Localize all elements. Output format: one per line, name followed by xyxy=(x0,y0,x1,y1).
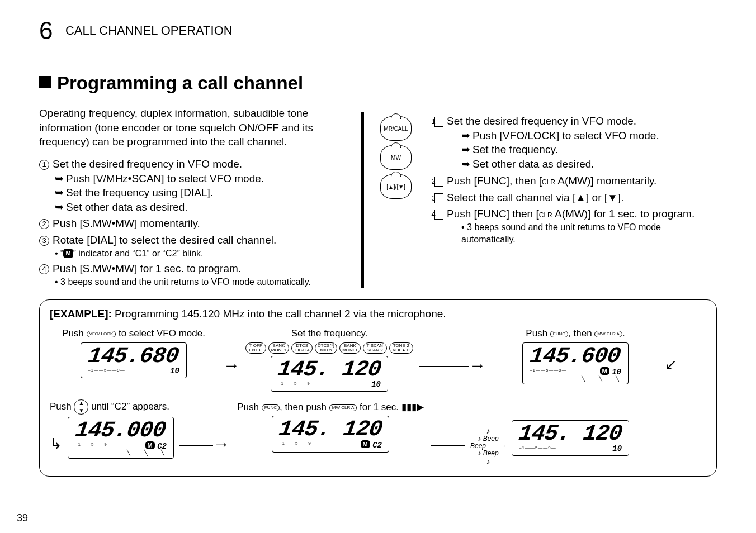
mic-step-1: 1Set the desired frequency in VFO mode. xyxy=(446,114,717,129)
lcd-1: 145.680 –1——5——9—10 xyxy=(81,342,187,378)
up-down-button-icon: [▲]/[▼] xyxy=(380,174,412,199)
lcd-2-freq: 145. 120 xyxy=(276,360,382,380)
mic-step-2: 2Push [FUNC], then [clr A(MW)] momentari… xyxy=(446,174,717,188)
step-1: 1Set the desired frequency in VFO mode. xyxy=(39,157,344,172)
arrow-right-icon: ———→ xyxy=(419,345,486,375)
mic-step-1a: ➥Push [VFO/LOCK] to select VFO mode. xyxy=(461,129,717,143)
arrow-icon: ➥ xyxy=(461,144,470,155)
step-4: 4Push [S.MW•MW] for 1 sec. to program. xyxy=(39,261,344,276)
ex-step4-label: Push ▲▼ until “C2” appears. xyxy=(50,399,169,415)
ex-step5-label: Push FUNC, then push MW CLR A for 1 sec.… xyxy=(237,401,423,413)
example-row-1: Push VFO/ LOCK to select VFO mode. 145.6… xyxy=(50,328,706,392)
step-3: 3Rotate [DIAL] to select the desired cal… xyxy=(39,233,344,248)
example-row-2b: ↳ 145.000 –1——5——9—M C2 ╲ ╲ ╲ ——→ Push F… xyxy=(50,417,706,466)
example-box: [EXAMPLE]: Programming 145.120 MHz into … xyxy=(39,299,717,477)
circled-3-icon: 3 xyxy=(39,236,49,246)
mr-call-button-icon: MR/CALL xyxy=(380,116,412,141)
boxed-2-icon: 2 xyxy=(434,177,443,187)
arrow-icon: ➥ xyxy=(55,187,64,198)
lcd-4: 145.000 –1——5——9—M C2 ╲ ╲ ╲ xyxy=(68,417,174,459)
up-down-key-icon: ▲▼ xyxy=(74,399,88,415)
mic-step-1c: ➥Set other data as desired. xyxy=(461,157,717,172)
arrow-right-icon: —— xyxy=(431,429,465,454)
func-key-icon: FUNC xyxy=(550,331,568,337)
arrow-icon: ➥ xyxy=(55,173,64,184)
key-2: T-SCAN SCAN 2 xyxy=(363,342,387,354)
key-0: TONE-2 VOL▲ 0 xyxy=(389,342,413,354)
key-1b: BANK MONI 1 xyxy=(339,342,361,354)
step-1a: ➥Push [V/MHz•SCAN] to select VFO mode. xyxy=(55,172,344,186)
note-icon: ♪ xyxy=(486,427,490,435)
mw-clra-key-icon: MW CLR A xyxy=(329,404,357,411)
step-1-text: Set the desired frequency in VFO mode. xyxy=(53,158,242,170)
section-heading: Programming a call channel xyxy=(39,73,717,94)
heading-text: Programming a call channel xyxy=(57,73,303,93)
mic-step-1b: ➥Set the frequency. xyxy=(461,142,717,157)
circled-4-icon: 4 xyxy=(39,264,49,274)
arrow-icon: ➥ xyxy=(461,130,470,141)
lcd-3: 145.600 –1——5——9—M 10 ╲ ╲ ╲ xyxy=(522,342,629,384)
step-1c: ➥Set other data as desired. xyxy=(55,200,344,215)
lcd-4-freq: 145.000 xyxy=(74,421,167,441)
func-key-icon: FUNC xyxy=(262,404,280,411)
lcd-2: 145. 120 –1——5——9—10 xyxy=(271,356,388,392)
boxed-4-icon: 4 xyxy=(434,210,443,220)
arrow-icon: ➥ xyxy=(55,201,64,213)
lcd-5: 145. 120 –1——5——9—M C2 xyxy=(272,416,389,453)
lcd-3-freq: 145.600 xyxy=(529,346,622,367)
left-column: Operating frequency, duplex information,… xyxy=(39,106,344,288)
keypad-row: T-OFF ENT C BANK MONI 1 DTCS HIGH 4 DTCS… xyxy=(245,342,413,354)
chapter-title: CALL CHANNEL OPERATION xyxy=(65,23,233,38)
page-number: 39 xyxy=(17,512,28,524)
intro-paragraph: Operating frequency, duplex information,… xyxy=(39,106,344,149)
boxed-3-icon: 3 xyxy=(434,193,443,203)
lcd-6: 145. 120 –1——5——9—10 xyxy=(512,420,629,456)
mic-step-4-note: • 3 beeps sound and the unit returns to … xyxy=(461,221,717,245)
step-1b: ➥Set the frequency using [DIAL]. xyxy=(55,185,344,200)
arrow-right-icon: ——→ xyxy=(179,429,230,454)
circled-1-icon: 1 xyxy=(39,160,49,170)
key-5: DTCS(*) MID 5 xyxy=(315,342,337,354)
mic-steps: 1Set the desired frequency in VFO mode. … xyxy=(434,112,717,288)
ex-step1-label: Push VFO/ LOCK to select VFO mode. xyxy=(62,328,205,340)
square-bullet-icon xyxy=(39,76,51,88)
step-4-note: • 3 beeps sound and the unit returns to … xyxy=(55,276,344,288)
right-column: MR/CALL MW [▲]/[▼] 1Set the desired freq… xyxy=(361,112,717,288)
key-4: DTCS HIGH 4 xyxy=(291,342,312,354)
mic-button-illustration: MR/CALL MW [▲]/[▼] xyxy=(361,112,428,288)
arrow-bend-icon: ↳ xyxy=(50,430,62,453)
mic-step-3: 3Select the call channel via [▲] or [▼]. xyxy=(446,191,717,205)
mw-button-icon: MW xyxy=(380,145,412,170)
mic-step-4: 4Push [FUNC] then [clr A(MW)] for 1 sec.… xyxy=(446,207,717,221)
step-3-note: • “M” indicator and “C1” or “C2” blink. xyxy=(55,248,344,260)
example-title: [EXAMPLE]: Programming 145.120 MHz into … xyxy=(50,308,706,320)
vfo-lock-key-icon: VFO/ LOCK xyxy=(87,331,116,337)
ex-step3-label: Push FUNC, then MW CLR A. xyxy=(526,328,625,340)
mw-clra-key-icon: MW CLR A xyxy=(594,331,622,337)
ex-step2-label: Set the frequency. xyxy=(291,328,368,340)
beep-indicator: ♪ ♪ Beep Beep——→ ♪ Beep ♪ xyxy=(470,417,506,466)
lcd-1-freq: 145.680 xyxy=(87,346,180,367)
circled-2-icon: 2 xyxy=(39,219,49,229)
note-icon: ♪ xyxy=(486,458,490,466)
arrow-wrap-icon: ↙ xyxy=(665,328,677,373)
boxed-1-icon: 1 xyxy=(434,117,443,127)
key-c: T-OFF ENT C xyxy=(245,342,266,354)
lcd-5-freq: 145. 120 xyxy=(277,420,383,440)
lcd-6-freq: 145. 120 xyxy=(517,424,623,444)
m-indicator-icon: M xyxy=(63,249,73,258)
chapter-number: 6 xyxy=(39,17,53,45)
arrow-icon: ➥ xyxy=(461,158,470,170)
step-2: 2Push [S.MW•MW] momentarily. xyxy=(39,216,344,231)
key-1a: BANK MONI 1 xyxy=(268,342,290,354)
arrow-right-icon: → xyxy=(223,345,240,375)
